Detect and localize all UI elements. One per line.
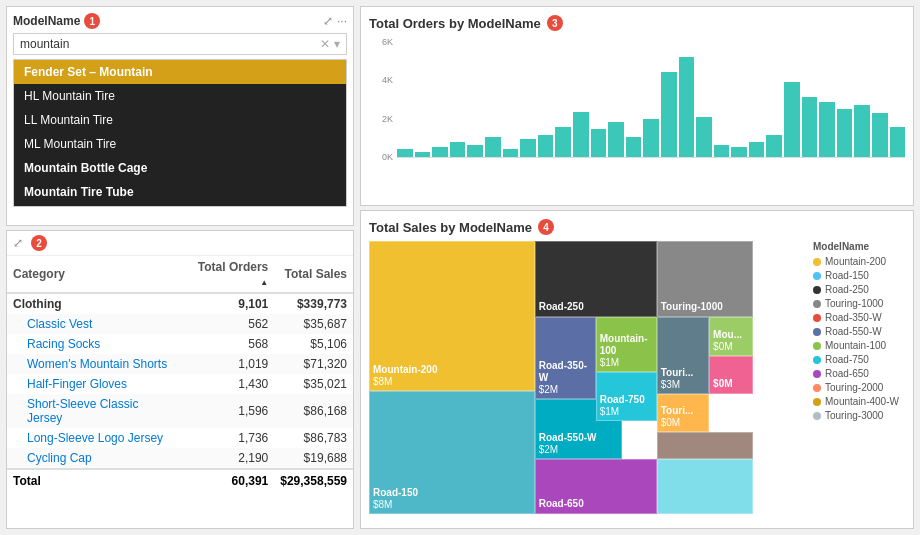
bar-chart-area: 6K 4K 2K 0K	[369, 37, 905, 182]
bar-wrapper	[749, 37, 765, 157]
bar-wrapper	[819, 37, 835, 157]
legend-label: Road-250	[825, 284, 869, 295]
bar[interactable]	[538, 135, 554, 157]
treemap-cell[interactable]: $0M	[709, 356, 753, 394]
search-icons: ✕ ▾	[320, 37, 340, 51]
treemap-cell[interactable]: Touri...$0M	[657, 394, 709, 432]
expand-icon-table[interactable]: ⤢	[13, 236, 23, 250]
list-item[interactable]: Fender Set – Mountain	[14, 60, 346, 84]
y-label: 6K	[382, 37, 393, 47]
bar[interactable]	[450, 142, 466, 157]
clear-icon[interactable]: ✕	[320, 37, 330, 51]
bar[interactable]	[679, 57, 695, 157]
legend-item: Road-750	[813, 354, 905, 365]
bar[interactable]	[520, 139, 536, 157]
search-box[interactable]: ✕ ▾	[13, 33, 347, 55]
bar[interactable]	[591, 129, 607, 157]
dropdown-list[interactable]: Fender Set – Mountain HL Mountain Tire L…	[13, 59, 347, 207]
table-panel: ⤢ 2 Category Total Orders ▲	[6, 230, 354, 529]
expand-icon[interactable]: ⤢	[323, 14, 333, 28]
bar[interactable]	[573, 112, 589, 157]
treemap-cell-value: $3M	[661, 379, 705, 390]
bar-wrapper	[450, 37, 466, 157]
legend-label: Road-150	[825, 270, 869, 281]
bar[interactable]	[503, 149, 519, 157]
bar[interactable]	[837, 109, 853, 157]
treemap-cell[interactable]	[657, 432, 753, 459]
right-column: Total Orders by ModelName 3 6K 4K 2K 0K …	[360, 0, 920, 535]
bar[interactable]	[485, 137, 501, 157]
bar[interactable]	[555, 127, 571, 157]
treemap-cell-label: Mou...	[713, 329, 749, 341]
bar[interactable]	[802, 97, 818, 157]
left-column: ModelName 1 ⤢ ··· ✕ ▾ Fender Set – Mount…	[0, 0, 360, 535]
treemap-cell[interactable]: Mountain-200$8M	[369, 241, 535, 391]
bar[interactable]	[696, 117, 712, 157]
treemap-cell[interactable]: Touring-1000	[657, 241, 753, 317]
legend-dot	[813, 384, 821, 392]
treemap-panel: Total Sales by ModelName 4 Mountain-200$…	[360, 210, 914, 529]
treemap-cell[interactable]: Mou...$0M	[709, 317, 753, 355]
bar[interactable]	[854, 105, 870, 157]
bar[interactable]	[397, 149, 413, 157]
treemap-cell[interactable]: Road-350-W$2M	[535, 317, 596, 399]
bar-wrapper	[591, 37, 607, 157]
list-item[interactable]: LL Mountain Tire	[14, 108, 346, 132]
table-scroll[interactable]: Category Total Orders ▲ Total Sales	[7, 256, 353, 528]
table-badge: 2	[31, 235, 47, 251]
bar[interactable]	[467, 145, 483, 157]
bar[interactable]	[731, 147, 747, 157]
more-icon[interactable]: ···	[337, 14, 347, 28]
legend-item: Touring-1000	[813, 298, 905, 309]
treemap-cell[interactable]: Touri...$3M	[657, 317, 709, 393]
legend-item: Road-650	[813, 368, 905, 379]
bar-wrapper	[538, 37, 554, 157]
bar[interactable]	[766, 135, 782, 157]
legend-label: Touring-2000	[825, 382, 883, 393]
treemap-cell[interactable]	[657, 459, 753, 514]
bar-wrapper	[626, 37, 642, 157]
bar-wrapper	[397, 37, 413, 157]
treemap-cell[interactable]: Road-250	[535, 241, 657, 317]
bar[interactable]	[819, 102, 835, 157]
bar[interactable]	[872, 113, 888, 157]
list-item[interactable]: Mountain Tire Tube	[14, 180, 346, 204]
bar[interactable]	[714, 145, 730, 157]
list-item[interactable]: Mountain-100	[14, 204, 346, 207]
bar-chart-title: Total Orders by ModelName 3	[369, 15, 905, 31]
col-orders[interactable]: Total Orders ▲	[181, 256, 274, 293]
bar[interactable]	[626, 137, 642, 157]
bar[interactable]	[749, 142, 765, 157]
search-input[interactable]	[20, 37, 320, 51]
bar-wrapper	[643, 37, 659, 157]
bar[interactable]	[890, 127, 905, 157]
sort-arrow: ▲	[260, 278, 268, 287]
treemap-cell[interactable]: Mountain-100$1M	[596, 317, 657, 372]
legend-dot	[813, 272, 821, 280]
legend-dot	[813, 300, 821, 308]
list-item[interactable]: Mountain Bottle Cage	[14, 156, 346, 180]
filter-badge: 1	[84, 13, 100, 29]
treemap-cell[interactable]: Road-650	[535, 459, 657, 514]
bar-wrapper	[696, 37, 712, 157]
bar-wrapper	[503, 37, 519, 157]
col-sales[interactable]: Total Sales	[274, 256, 353, 293]
treemap-badge: 4	[538, 219, 554, 235]
treemap-cell[interactable]: Road-750$1M	[596, 372, 657, 421]
bar[interactable]	[784, 82, 800, 157]
bar-wrapper	[802, 37, 818, 157]
bar[interactable]	[643, 119, 659, 157]
col-category[interactable]: Category	[7, 256, 181, 293]
bar[interactable]	[415, 152, 431, 157]
bar[interactable]	[432, 147, 448, 157]
bar[interactable]	[608, 122, 624, 157]
treemap-cell[interactable]: Road-150$8M	[369, 391, 535, 514]
treemap-cell-label: Road-150	[373, 487, 531, 499]
chevron-down-icon[interactable]: ▾	[334, 37, 340, 51]
list-item[interactable]: ML Mountain Tire	[14, 132, 346, 156]
legend-label: Touring-3000	[825, 410, 883, 421]
list-item[interactable]: HL Mountain Tire	[14, 84, 346, 108]
bar-wrapper	[714, 37, 730, 157]
y-label: 0K	[382, 152, 393, 162]
bar[interactable]	[661, 72, 677, 157]
